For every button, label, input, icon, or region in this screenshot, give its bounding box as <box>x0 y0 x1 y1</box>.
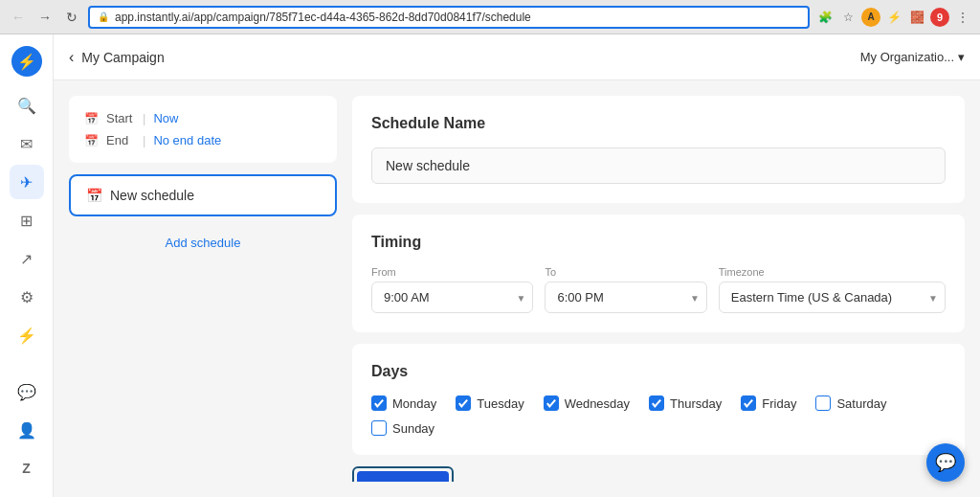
menu-icon[interactable]: ⋮ <box>953 8 972 27</box>
sunday-checkbox[interactable] <box>371 420 387 436</box>
schedule-icon: 📅 <box>86 188 102 203</box>
save-btn-wrapper: Save <box>352 466 454 482</box>
save-button[interactable]: Save <box>357 471 449 482</box>
schedule-item-label: New schedule <box>110 188 194 203</box>
browser-chrome: ← → ↻ 🔒 app.instantly.ai/app/campaign/78… <box>0 0 980 34</box>
main-content: ‹ My Campaign My Organizatio... ▾ 📅 Star… <box>54 34 980 497</box>
saturday-label: Saturday <box>836 396 886 411</box>
chat-bubble[interactable]: 💬 <box>926 443 965 482</box>
breadcrumb-back-button[interactable]: ‹ <box>69 49 74 66</box>
save-section: Save <box>352 466 965 482</box>
timezone-field: Timezone Eastern Time (US & Canada) ▼ <box>719 266 946 313</box>
star-icon[interactable]: ☆ <box>838 8 858 27</box>
friday-checkbox[interactable] <box>741 395 756 411</box>
logo-icon: ⚡ <box>11 46 42 77</box>
from-select-wrapper: 9:00 AM ▼ <box>371 282 533 313</box>
start-end-section: 📅 Start | Now 📅 End | No end date <box>69 96 337 163</box>
org-arrow-icon: ▾ <box>958 50 965 64</box>
sidebar: ⚡ 🔍 ✉ ✈ ⊞ ↗ ⚙ ⚡ 💬 👤 Z <box>0 34 54 497</box>
sidebar-item-mail[interactable]: ✉ <box>10 126 44 161</box>
thursday-label: Thursday <box>670 396 722 411</box>
sidebar-item-z[interactable]: Z <box>10 451 44 486</box>
tuesday-checkbox[interactable] <box>456 395 471 411</box>
back-button[interactable]: ← <box>8 7 29 28</box>
refresh-button[interactable]: ↻ <box>61 7 82 28</box>
day-tuesday[interactable]: Tuesday <box>456 395 523 411</box>
monday-label: Monday <box>392 396 436 411</box>
days-card: Days Monday <box>352 344 965 455</box>
left-panel: 📅 Start | Now 📅 End | No end date 📅 New … <box>69 96 337 482</box>
extensions2-icon[interactable]: 🧱 <box>907 8 926 27</box>
end-row: 📅 End | No end date <box>84 133 322 147</box>
wednesday-checkbox[interactable] <box>544 395 559 411</box>
day-monday[interactable]: Monday <box>371 395 436 411</box>
sidebar-item-send[interactable]: ✈ <box>10 165 44 199</box>
breadcrumb-label: My Campaign <box>81 50 164 65</box>
sidebar-item-settings[interactable]: ⚙ <box>10 280 44 314</box>
schedule-name-card: Schedule Name <box>352 96 965 203</box>
schedule-name-title: Schedule Name <box>371 115 946 132</box>
sunday-label: Sunday <box>392 421 434 436</box>
browser-actions: 🧩 ☆ A ⚡ 🧱 9 ⋮ <box>815 8 972 27</box>
day-sunday[interactable]: Sunday <box>371 420 434 436</box>
start-value[interactable]: Now <box>153 111 178 125</box>
timezone-select[interactable]: Eastern Time (US & Canada) <box>719 282 946 313</box>
friday-label: Friday <box>762 396 796 411</box>
org-selector[interactable]: My Organizatio... ▾ <box>860 50 965 64</box>
timing-row: From 9:00 AM ▼ To <box>371 266 946 313</box>
from-label: From <box>371 266 533 278</box>
day-friday[interactable]: Friday <box>741 395 796 411</box>
day-wednesday[interactable]: Wednesday <box>544 395 630 411</box>
timezone-select-wrapper: Eastern Time (US & Canada) ▼ <box>719 282 946 313</box>
page-body: 📅 Start | Now 📅 End | No end date 📅 New … <box>54 80 980 497</box>
extensions-icon[interactable]: 🧩 <box>815 8 835 27</box>
to-select-wrapper: 6:00 PM ▼ <box>545 282 706 313</box>
sidebar-item-grid[interactable]: ⊞ <box>10 203 44 237</box>
timing-title: Timing <box>371 234 946 251</box>
right-panel: Schedule Name Timing From 9:00 AM <box>352 96 965 482</box>
thursday-checkbox[interactable] <box>649 395 664 411</box>
sidebar-item-chat[interactable]: 💬 <box>10 374 44 409</box>
forward-button[interactable]: → <box>34 7 56 28</box>
saturday-checkbox[interactable] <box>815 395 831 411</box>
org-label: My Organizatio... <box>860 50 954 64</box>
end-value[interactable]: No end date <box>153 133 221 147</box>
start-label: Start <box>106 111 135 125</box>
sidebar-item-search[interactable]: 🔍 <box>10 88 44 123</box>
days-title: Days <box>371 363 946 380</box>
from-select[interactable]: 9:00 AM <box>371 282 533 313</box>
from-field: From 9:00 AM ▼ <box>371 266 533 313</box>
sidebar-item-user[interactable]: 👤 <box>10 413 44 447</box>
wednesday-label: Wednesday <box>565 396 630 411</box>
tuesday-label: Tuesday <box>477 396 523 411</box>
day-saturday[interactable]: Saturday <box>815 395 886 411</box>
add-schedule-button[interactable]: Add schedule <box>69 228 337 258</box>
monday-checkbox[interactable] <box>371 395 387 411</box>
notifications-icon[interactable]: ⚡ <box>884 8 903 27</box>
top-bar: ‹ My Campaign My Organizatio... ▾ <box>54 34 980 80</box>
breadcrumb: ‹ My Campaign <box>69 49 165 66</box>
lock-icon: 🔒 <box>98 11 109 22</box>
to-label: To <box>545 266 706 278</box>
calendar-icon-end: 📅 <box>84 134 99 147</box>
end-divider: | <box>143 133 145 147</box>
start-row: 📅 Start | Now <box>84 111 322 125</box>
day-thursday[interactable]: Thursday <box>649 395 722 411</box>
app-container: ⚡ 🔍 ✉ ✈ ⊞ ↗ ⚙ ⚡ 💬 👤 Z ‹ My Campaign My O… <box>0 34 980 497</box>
user-avatar: 9 <box>930 8 949 27</box>
end-label: End <box>106 133 135 147</box>
timing-card: Timing From 9:00 AM ▼ To <box>352 215 965 332</box>
sidebar-item-chart[interactable]: ↗ <box>10 241 44 276</box>
schedule-item[interactable]: 📅 New schedule <box>69 174 337 216</box>
timezone-label: Timezone <box>719 266 946 278</box>
url-bar[interactable]: 🔒 app.instantly.ai/app/campaign/785f71ec… <box>88 6 810 29</box>
start-divider: | <box>143 111 145 125</box>
profile-icon[interactable]: A <box>861 8 880 27</box>
days-row-1: Monday Tuesday <box>371 395 946 411</box>
days-row-2: Sunday <box>371 420 946 436</box>
to-select[interactable]: 6:00 PM <box>545 282 706 313</box>
schedule-name-input[interactable] <box>371 147 946 184</box>
calendar-icon-start: 📅 <box>84 112 99 125</box>
sidebar-item-lightning[interactable]: ⚡ <box>10 318 44 352</box>
days-grid: Monday Tuesday <box>371 395 946 436</box>
